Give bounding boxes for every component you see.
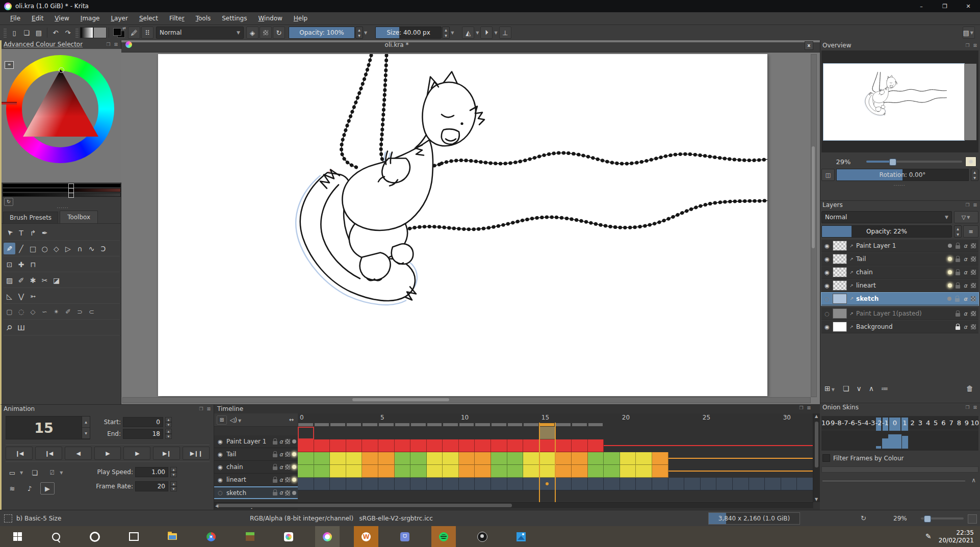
frame-rate-field[interactable]: 20	[135, 481, 168, 491]
add-blank-frame-icon[interactable]: ▭	[6, 467, 19, 478]
alpha-lock-icon[interactable]: α	[964, 269, 967, 276]
panel-float-close-icons[interactable]: ❐ ⊠	[966, 405, 978, 410]
timeline-frame-cell[interactable]	[427, 465, 443, 478]
save-button[interactable]: ▤	[33, 27, 44, 38]
restore-button[interactable]: ❐	[933, 0, 957, 12]
timeline-frame-cell[interactable]	[346, 452, 363, 465]
dynamic-brush-tool-icon[interactable]: Ɔ	[97, 243, 109, 254]
fit-canvas-icon[interactable]: ❋	[965, 157, 976, 167]
colorize-mask-tool-icon[interactable]: ✱	[27, 274, 39, 286]
smart-patch-tool-icon[interactable]: ✂	[39, 274, 50, 286]
timeline-frame-cell[interactable]	[797, 478, 813, 490]
onion-offset-2[interactable]: 2	[909, 419, 916, 427]
onion-skin-bulb-icon[interactable]	[292, 491, 296, 495]
close-button[interactable]: ✕	[957, 0, 980, 12]
bezier-curve-tool-icon[interactable]: ∩	[74, 243, 86, 254]
inherit-alpha-icon[interactable]	[971, 311, 976, 316]
rectangular-select-tool-icon[interactable]: ▢	[4, 306, 15, 318]
timeline-frame-cell[interactable]	[443, 478, 459, 490]
size-spinner[interactable]: ▲▼	[442, 27, 450, 39]
layer-opacity-slider[interactable]: Opacity: 22%	[821, 225, 952, 238]
canvas-page[interactable]	[158, 54, 767, 396]
chevron-down-icon[interactable]: ▼	[364, 31, 367, 35]
photos-taskbar-button[interactable]	[509, 526, 533, 547]
timeline-frame-cell[interactable]	[588, 465, 604, 478]
calligraphy-tool-icon[interactable]: ✒	[39, 227, 50, 239]
previous-keyframe-button[interactable]: ❙◀	[35, 447, 62, 460]
timeline-frame-cell[interactable]	[330, 465, 346, 478]
visibility-eye-icon[interactable]: ◉	[216, 477, 224, 483]
onion-offset--4[interactable]: -4	[862, 419, 868, 427]
layer-row[interactable]: ◉↗Tailα	[821, 253, 978, 266]
chrome-taskbar-button[interactable]	[199, 526, 223, 547]
layer-row[interactable]: ◉↗chainα	[821, 266, 978, 279]
inherit-alpha-icon[interactable]	[285, 464, 290, 470]
duplicate-frame-icon[interactable]: ❏	[28, 467, 41, 478]
timeline-zoom-fit-icon[interactable]: ↔	[289, 416, 294, 423]
timeline-frame-cell[interactable]	[555, 452, 572, 465]
timeline-frame-cell[interactable]	[395, 452, 411, 465]
visibility-eye-icon[interactable]: ◉	[216, 438, 224, 445]
task-view-taskbar-button[interactable]	[121, 526, 146, 547]
timeline-frame-cell[interactable]	[539, 439, 556, 452]
audio-mute-icon[interactable]: ♪	[23, 483, 36, 494]
chevron-down-icon[interactable]: ▼	[494, 31, 497, 35]
timeline-frame-cell[interactable]	[459, 478, 475, 490]
new-document-button[interactable]: ▯	[9, 27, 20, 38]
timeline-frame-cell[interactable]	[604, 465, 620, 478]
timeline-frame-grid[interactable]: 051015202530	[298, 413, 813, 501]
timeline-frame-cell[interactable]	[314, 439, 330, 452]
frame-rate-spinner[interactable]: ▲▼	[170, 481, 177, 491]
previous-frame-button[interactable]: ◀	[65, 447, 92, 460]
gradient-chooser-button[interactable]	[80, 27, 93, 38]
clock[interactable]: 22:3520/02/2021	[939, 529, 974, 544]
pattern-chooser-button[interactable]	[93, 27, 107, 38]
panel-float-close-icons[interactable]: ❐ ⊠	[966, 202, 978, 207]
timeline-frame-cell[interactable]	[507, 439, 524, 452]
inherit-alpha-icon[interactable]	[285, 490, 290, 496]
timeline-frame-cell[interactable]	[636, 452, 652, 465]
onion-opacity-bars[interactable]	[821, 430, 978, 451]
elliptical-select-tool-icon[interactable]: ◌	[15, 306, 27, 318]
toolbar-grip[interactable]	[4, 28, 7, 38]
lock-icon[interactable]	[273, 441, 277, 445]
timeline-horizontal-scrollbar[interactable]: ◀	[214, 502, 813, 508]
next-keyframe-button[interactable]: ▶❙	[153, 447, 180, 460]
tab-toolbox[interactable]: Toolbox	[60, 211, 98, 223]
layer-row[interactable]: ◉↗lineartα	[821, 279, 978, 292]
timeline-frame-cell[interactable]	[378, 452, 395, 465]
onion-opacity-bar[interactable]	[876, 446, 881, 449]
bezier-select-tool-icon[interactable]: ✐	[62, 306, 74, 318]
timeline-frame-cell[interactable]	[395, 478, 411, 490]
edit-brush-settings-button[interactable]: 🖉	[128, 27, 140, 39]
overview-thumbnail[interactable]	[823, 64, 964, 140]
timeline-frame-cell[interactable]	[443, 439, 459, 452]
visibility-eye-icon[interactable]: ◉	[821, 324, 833, 330]
inherit-alpha-icon[interactable]	[971, 256, 976, 262]
inherit-alpha-icon[interactable]	[285, 439, 290, 444]
onion-offset--8[interactable]: -8	[835, 419, 841, 427]
alpha-lock-icon[interactable]: α	[964, 282, 967, 289]
chevron-down-icon[interactable]: ▼	[20, 471, 23, 475]
alpha-lock-icon[interactable]: α	[964, 243, 967, 249]
value-bar-1[interactable]	[3, 184, 121, 188]
layer-row[interactable]: ○↗Paint Layer 1(pasted)α	[821, 307, 978, 320]
minecraft-taskbar-button[interactable]	[238, 526, 262, 547]
layer-opacity-spinner[interactable]: ▲▼	[954, 225, 962, 238]
duplicate-layer-button[interactable]: ❏	[843, 384, 849, 393]
timeline-frame-cell[interactable]	[491, 465, 507, 478]
layer-filter-button[interactable]: ▽ ▼	[954, 211, 978, 223]
onion-offset-1[interactable]: 1	[901, 419, 909, 427]
mirror-vertical-button[interactable]: ◭	[462, 27, 474, 39]
timeline-frame-cell[interactable]	[652, 478, 668, 490]
opacity-slider[interactable]: Opacity: 100%	[289, 27, 355, 39]
timeline-frame-cell[interactable]	[298, 452, 314, 465]
end-frame-field[interactable]: 18	[123, 429, 163, 439]
timeline-frame-cell[interactable]	[475, 465, 491, 478]
rotation-spinner[interactable]: ▲▼	[971, 169, 978, 181]
timeline-frame-cell[interactable]	[491, 439, 507, 452]
start-frame-field[interactable]: 0	[123, 417, 163, 427]
measure-tool-icon[interactable]: ◺	[4, 290, 15, 302]
visibility-eye-icon[interactable]: ◉	[216, 451, 224, 458]
foreground-background-colors[interactable]: ⇄	[113, 27, 126, 38]
